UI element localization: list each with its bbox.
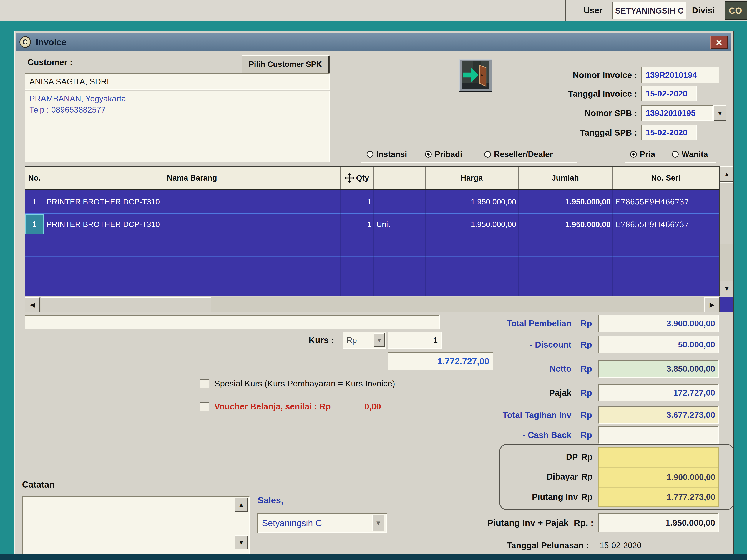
vertical-scroll-thumb[interactable] [720, 182, 733, 244]
scroll-left-button[interactable]: ◀ [25, 297, 40, 312]
tanggal-pelunasan-label: Tanggal Pelunasan : [459, 540, 589, 550]
radio-pribadi-icon [425, 151, 432, 158]
row1-qty: 1 [340, 190, 372, 213]
radio-pria[interactable]: Pria [630, 149, 655, 160]
grid-horizontal-scrollbar[interactable]: ◀ ▶ [25, 297, 720, 312]
dibayar-field[interactable]: 1.900.000,00 [599, 468, 718, 487]
header-divider [613, 167, 613, 189]
body-col-divider [518, 190, 519, 296]
scroll-right-button[interactable]: ▶ [704, 297, 720, 312]
divisi-field[interactable]: CO [725, 1, 747, 20]
piutang-inv-label: Piutang Inv [506, 491, 578, 502]
sales-combo[interactable]: Setyaningsih C [257, 513, 387, 533]
column-move-cursor-icon [344, 173, 354, 183]
spesial-kurs-checkbox[interactable] [200, 379, 209, 388]
catatan-scroll-down-button[interactable]: ▼ [235, 535, 248, 550]
kurs-dropdown-button[interactable]: ▼ [374, 333, 385, 347]
discount-field[interactable]: 50.000,00 [598, 336, 719, 353]
close-button[interactable]: × [710, 36, 728, 49]
divisi-value: CO [729, 5, 742, 16]
header-divider [426, 167, 426, 189]
customer-name-field[interactable]: ANISA SAGITA, SDRI [25, 73, 330, 90]
total-tagihan-inv-label: Total Tagihan Inv [441, 410, 571, 420]
tanggal-invoice-label: Tanggal Invoice : [508, 88, 637, 99]
arrow-down-icon: ▼ [238, 539, 244, 546]
tanggal-invoice-value: 15-02-2020 [646, 89, 687, 98]
cash-back-field[interactable] [598, 426, 719, 444]
exit-button[interactable] [459, 59, 492, 92]
radio-reseller-dealer[interactable]: Reseller/Dealer [484, 149, 553, 160]
sales-heading: Sales, [258, 495, 283, 505]
pilih-customer-spk-button[interactable]: Pilih Customer SPK [241, 55, 329, 73]
item-entry-field[interactable] [25, 315, 440, 329]
row2-harga: 1.950.000,00 [426, 214, 516, 235]
user-field[interactable]: SETYANINGSIH C [612, 2, 687, 20]
radio-reseller-dealer-icon [484, 151, 491, 158]
window-icon: C [20, 36, 31, 48]
row2-seri: E78655F9H466737 [615, 214, 719, 235]
scroll-down-button[interactable]: ▼ [720, 281, 733, 296]
nomor-spb-value: 139J2010195 [646, 108, 695, 118]
grid-header-no-seri[interactable]: No. Seri [613, 167, 719, 189]
netto-rp: Rp [581, 363, 592, 374]
total-pembelian-rp: Rp [581, 318, 592, 329]
radio-wanita-icon [672, 151, 679, 158]
customer-address-field[interactable]: PRAMBANAN, Yogyakarta Telp : 08965388257… [25, 91, 330, 162]
window-title-bar[interactable]: C Invoice × [16, 33, 731, 51]
arrow-down-icon: ▼ [724, 285, 730, 292]
piutang-inv-pajak-field: 1.950.000,00 [598, 513, 719, 532]
radio-pribadi-label: Pribadi [435, 150, 462, 159]
voucher-belanja-checkbox[interactable] [200, 402, 209, 411]
table-row[interactable]: 1 PRINTER BROTHER DCP-T310 1 1.950.000,0… [25, 190, 719, 213]
piutang-inv-pajak-rp: Rp. : [574, 517, 594, 528]
radio-instansi[interactable]: Instansi [367, 149, 407, 160]
dibayar-rp: Rp [581, 471, 592, 482]
nomor-spb-dropdown-button[interactable]: ▼ [714, 105, 726, 121]
catatan-label: Catatan [22, 479, 55, 490]
grid-header-harga-label: Harga [461, 174, 483, 182]
catatan-textarea[interactable] [22, 497, 250, 557]
header-divider [44, 167, 44, 189]
grid-header-unit[interactable] [374, 167, 426, 189]
nomor-invoice-field[interactable]: 139R2010194 [641, 67, 719, 83]
grid-header-no[interactable]: No. [25, 167, 44, 189]
body-col-divider [613, 190, 613, 296]
kurs-rate-field[interactable]: 1 [388, 332, 442, 349]
radio-pribadi[interactable]: Pribadi [425, 149, 462, 160]
radio-pria-icon [630, 151, 637, 158]
nomor-invoice-label: Nomor Invoice : [508, 70, 637, 81]
chevron-down-icon: ▼ [376, 337, 382, 344]
tanggal-spb-field[interactable]: 15-02-2020 [641, 125, 697, 140]
kurs-currency-combo[interactable]: Rp ▼ [342, 332, 386, 349]
grid-body: 1 PRINTER BROTHER DCP-T310 1 1.950.000,0… [25, 190, 719, 296]
arrow-up-icon: ▲ [238, 501, 244, 508]
discount-value: 50.000,00 [678, 340, 715, 349]
grid-vertical-scrollbar[interactable]: ▲ ▼ [720, 166, 733, 296]
item-grid: No. Nama Barang Qty Harga Jumlah No. Ser… [25, 166, 720, 296]
catatan-scroll-up-button[interactable]: ▲ [235, 498, 248, 512]
body-col-divider [426, 190, 426, 296]
nomor-spb-field[interactable]: 139J2010195 [641, 105, 713, 121]
grid-header-jumlah[interactable]: Jumlah [518, 167, 613, 189]
tanggal-spb-value: 15-02-2020 [646, 128, 687, 137]
divisi-label: Divisi [692, 0, 715, 21]
pajak-field[interactable]: 172.727,00 [598, 384, 719, 401]
radio-wanita[interactable]: Wanita [672, 149, 708, 160]
grid-header-harga[interactable]: Harga [426, 167, 518, 189]
grid-header-nama-barang[interactable]: Nama Barang [44, 167, 340, 189]
dp-field[interactable] [599, 448, 718, 467]
scroll-up-button[interactable]: ▲ [720, 166, 733, 182]
grid-header-seri-label: No. Seri [651, 174, 681, 182]
row1-no: 1 [25, 190, 44, 213]
grid-header-jumlah-label: Jumlah [551, 174, 579, 182]
row2-nama: PRINTER BROTHER DCP-T310 [47, 214, 339, 235]
invoice-window: C Invoice × Customer : Pilih Customer SP… [14, 31, 733, 557]
grid-header-qty[interactable]: Qty [340, 167, 374, 189]
horizontal-scroll-thumb[interactable] [41, 297, 211, 312]
row1-harga: 1.950.000,00 [426, 190, 516, 213]
tanggal-invoice-field[interactable]: 15-02-2020 [641, 86, 697, 102]
piutang-inv-field[interactable]: 1.777.273,00 [599, 487, 718, 506]
table-row[interactable]: 1 PRINTER BROTHER DCP-T310 1 Unit 1.950.… [25, 214, 719, 235]
customer-address-line1: PRAMBANAN, Yogyakarta [29, 94, 325, 103]
sales-dropdown-button[interactable]: ▼ [372, 515, 384, 531]
